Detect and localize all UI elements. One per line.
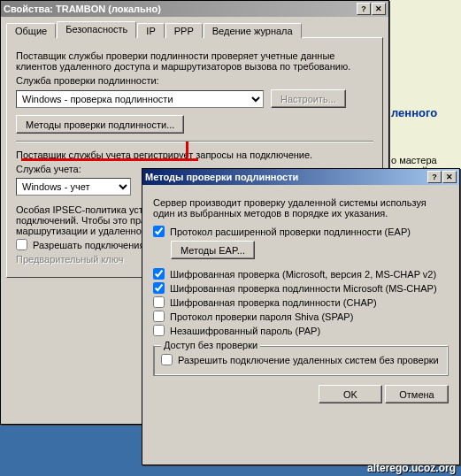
divider: [16, 141, 373, 142]
acct-service-select[interactable]: Windows - учет: [16, 178, 131, 196]
preshared-key-label: Предварительный ключ: [16, 254, 124, 265]
auth-methods-title: Методы проверки подлинности: [145, 172, 427, 182]
auth-provider-desc: Поставщик службы проверки подлинности пр…: [16, 50, 373, 72]
close-button[interactable]: ✕: [372, 3, 386, 15]
spap-check[interactable]: [153, 311, 165, 322]
eap-check[interactable]: [153, 226, 165, 237]
mschap-check[interactable]: [153, 282, 165, 294]
dialog-help-button[interactable]: ?: [427, 171, 442, 183]
auth-methods-dialog: Методы проверки подлинности ? ✕ Сервер п…: [142, 168, 460, 465]
chap-check[interactable]: [153, 296, 165, 308]
spap-label: Протокол проверки пароля Shiva (SPAP): [170, 311, 353, 322]
noauth-group: Доступ без проверки Разрешить подключени…: [153, 345, 449, 376]
annotation-mark: [186, 142, 188, 157]
mschap-label: Шифрованная проверка подлинности Microso…: [170, 283, 437, 294]
auth-methods-button[interactable]: Методы проверки подлинности...: [16, 115, 184, 134]
tab-ip[interactable]: IP: [137, 23, 164, 38]
configure-button[interactable]: Настроить...: [271, 89, 346, 108]
properties-title: Свойства: TRAMBON (локально): [4, 4, 357, 14]
help-button[interactable]: ?: [357, 3, 371, 15]
cancel-button[interactable]: Отмена: [385, 385, 449, 403]
auth-methods-body: Сервер производит проверку удаленной сис…: [142, 185, 459, 412]
tab-security[interactable]: Безопасность: [57, 21, 136, 38]
chap-label: Шифрованная проверка подлинности (CHAP): [170, 297, 377, 308]
auth-service-label: Служба проверки подлинности:: [16, 75, 373, 86]
allow-custom-check[interactable]: [16, 239, 27, 250]
noauth-label: Разрешить подключение удаленных систем б…: [178, 355, 439, 365]
tab-logging[interactable]: Ведение журнала: [204, 23, 302, 38]
tab-ppp[interactable]: PPP: [165, 23, 203, 38]
noauth-check[interactable]: [161, 354, 173, 365]
allow-custom-label: Разрешать подключения: [33, 240, 144, 250]
tabstrip: Общие Безопасность IP PPP Ведение журнал…: [6, 23, 383, 38]
auth-methods-titlebar[interactable]: Методы проверки подлинности ? ✕: [142, 169, 459, 185]
mschap2-check[interactable]: [153, 268, 165, 280]
mschap2-label: Шифрованная проверка (Microsoft, версия …: [170, 269, 436, 280]
auth-service-select[interactable]: Windows - проверка подлинности: [16, 90, 264, 108]
auth-methods-desc: Сервер производит проверку удаленной сис…: [153, 197, 449, 219]
dialog-close-button[interactable]: ✕: [442, 171, 457, 183]
eap-methods-button[interactable]: Методы EAP...: [171, 241, 255, 259]
annotation-underline: [21, 152, 198, 161]
properties-titlebar[interactable]: Свойства: TRAMBON (локально) ? ✕: [1, 1, 388, 17]
pap-check[interactable]: [153, 325, 165, 336]
eap-label: Протокол расширенной проверки подлинност…: [170, 226, 411, 237]
bg-header-fragment: ленного: [391, 106, 437, 119]
pap-label: Незашифрованный пароль (PAP): [170, 326, 320, 336]
ok-button[interactable]: OK: [319, 385, 382, 403]
watermark: alterego.ucoz.org: [367, 462, 456, 474]
tab-general[interactable]: Общие: [6, 23, 56, 38]
noauth-legend: Доступ без проверки: [161, 340, 260, 350]
